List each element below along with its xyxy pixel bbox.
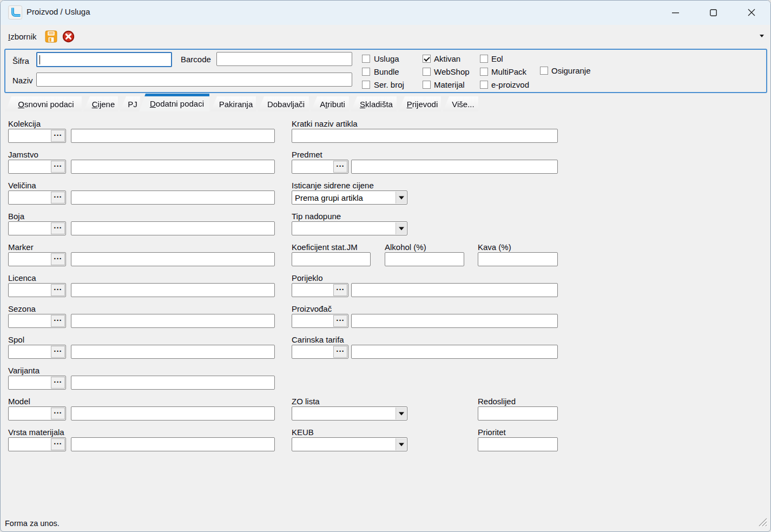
keub-select[interactable] (292, 437, 407, 451)
sezona-code-input[interactable] (9, 314, 51, 327)
spol-code-input[interactable] (9, 345, 51, 358)
marker-code-input[interactable] (9, 253, 51, 266)
sezona-lookup-button[interactable] (51, 315, 65, 327)
predmet-code-combo[interactable] (292, 160, 348, 174)
vrsta-materijala-name-input[interactable] (71, 437, 275, 451)
marker-code-combo[interactable] (8, 252, 66, 266)
proizvodac-name-input[interactable] (351, 314, 558, 328)
tab-osnovni-podaci[interactable]: Osnovni podaci (5, 96, 82, 111)
resize-grip[interactable] (758, 517, 768, 529)
kolekcija-code-input[interactable] (9, 129, 51, 142)
carinska-tarifa-code-input[interactable] (292, 345, 333, 358)
proizvodac-code-combo[interactable] (292, 314, 348, 328)
checkbox-ser-broj[interactable] (362, 81, 370, 89)
licenca-code-input[interactable] (9, 284, 51, 297)
alkohol-input[interactable] (385, 252, 464, 266)
licenca-name-input[interactable] (71, 283, 275, 297)
vrsta-materijala-lookup-button[interactable] (51, 438, 65, 450)
proizvodac-code-input[interactable] (292, 314, 333, 327)
checkbox-usluga[interactable] (362, 55, 370, 63)
kratki-naziv-input[interactable] (292, 129, 558, 143)
isticanje-select[interactable]: Prema grupi artikla (292, 191, 407, 205)
tab-pj[interactable]: PJ (120, 96, 140, 111)
marker-name-input[interactable] (71, 252, 275, 266)
barcode-input[interactable] (216, 52, 352, 66)
checkbox-osiguranje[interactable] (540, 67, 548, 75)
boja-code-input[interactable] (9, 222, 51, 235)
varijanta-code-combo[interactable] (8, 376, 66, 390)
tab-skladista[interactable]: Skladišta (351, 96, 397, 111)
marker-lookup-button[interactable] (51, 253, 65, 265)
minimize-button[interactable] (663, 2, 688, 23)
menu-izbornik[interactable]: Izbornik (6, 31, 39, 42)
tab-prijevodi[interactable]: Prijevodi (398, 96, 441, 111)
model-code-combo[interactable] (8, 406, 66, 421)
save-button[interactable] (44, 30, 58, 44)
model-lookup-button[interactable] (51, 408, 65, 419)
tab-vise[interactable]: Više... (443, 96, 478, 111)
tab-atributi[interactable]: Atributi (311, 96, 349, 111)
jamstvo-code-input[interactable] (9, 160, 51, 173)
predmet-code-input[interactable] (292, 160, 333, 173)
kava-input[interactable] (478, 252, 558, 266)
tab-dobavljaci[interactable]: Dobavljači (258, 96, 309, 111)
jamstvo-code-combo[interactable] (8, 160, 66, 174)
sezona-code-combo[interactable] (8, 314, 66, 328)
varijanta-lookup-button[interactable] (51, 377, 65, 389)
zo-lista-select[interactable] (292, 406, 407, 421)
dropdown-arrow-icon[interactable] (396, 192, 406, 203)
carinska-tarifa-name-input[interactable] (351, 345, 558, 359)
varijanta-code-input[interactable] (9, 376, 51, 389)
jamstvo-name-input[interactable] (71, 160, 275, 174)
porijeklo-name-input[interactable] (351, 283, 558, 297)
naziv-input[interactable] (36, 73, 352, 87)
boja-name-input[interactable] (71, 221, 275, 235)
porijeklo-code-combo[interactable] (292, 283, 348, 297)
model-code-input[interactable] (9, 407, 51, 420)
vrsta-materijala-code-combo[interactable] (8, 437, 66, 451)
checkbox-aktivan[interactable] (423, 55, 431, 63)
tab-pakiranja[interactable]: Pakiranja (210, 96, 256, 111)
carinska-tarifa-lookup-button[interactable] (333, 346, 347, 358)
sezona-name-input[interactable] (71, 314, 275, 328)
tab-cijene[interactable]: Cijene (83, 96, 118, 111)
redoslijed-input[interactable] (478, 406, 558, 421)
tab-dodatni-podaci[interactable]: Dodatni podaci (139, 94, 209, 111)
cancel-button[interactable] (61, 30, 75, 44)
predmet-name-input[interactable] (351, 160, 558, 174)
close-button[interactable] (739, 2, 764, 23)
koeficijent-input[interactable] (292, 252, 371, 266)
kolekcija-code-combo[interactable] (8, 129, 66, 143)
checkbox-materijal[interactable] (423, 81, 431, 89)
prioritet-input[interactable] (478, 437, 558, 451)
boja-code-combo[interactable] (8, 221, 66, 235)
spol-code-combo[interactable] (8, 345, 66, 359)
boja-lookup-button[interactable] (51, 222, 65, 234)
checkbox-e-proizvod[interactable] (480, 81, 488, 89)
proizvodac-lookup-button[interactable] (333, 315, 347, 327)
velicina-code-combo[interactable] (8, 191, 66, 205)
velicina-code-input[interactable] (9, 191, 51, 204)
dropdown-arrow-icon[interactable] (396, 438, 406, 450)
varijanta-name-input[interactable] (71, 376, 275, 390)
licenca-lookup-button[interactable] (51, 284, 65, 296)
sifra-input[interactable] (36, 52, 172, 67)
toolbar-overflow-icon[interactable] (760, 35, 764, 37)
checkbox-eol[interactable] (480, 55, 488, 63)
spol-lookup-button[interactable] (51, 346, 65, 358)
licenca-code-combo[interactable] (8, 283, 66, 297)
predmet-lookup-button[interactable] (333, 161, 347, 173)
carinska-tarifa-code-combo[interactable] (292, 345, 348, 359)
model-name-input[interactable] (71, 406, 275, 421)
checkbox-webshop[interactable] (423, 68, 431, 76)
kolekcija-name-input[interactable] (71, 129, 275, 143)
maximize-button[interactable] (701, 2, 726, 23)
checkbox-bundle[interactable] (362, 68, 370, 76)
porijeklo-code-input[interactable] (292, 284, 333, 297)
velicina-lookup-button[interactable] (51, 192, 65, 203)
checkbox-multipack[interactable] (480, 68, 488, 76)
jamstvo-lookup-button[interactable] (51, 161, 65, 173)
kolekcija-lookup-button[interactable] (51, 130, 65, 142)
tip-nadopune-select[interactable] (292, 221, 407, 235)
vrsta-materijala-code-input[interactable] (9, 438, 51, 451)
